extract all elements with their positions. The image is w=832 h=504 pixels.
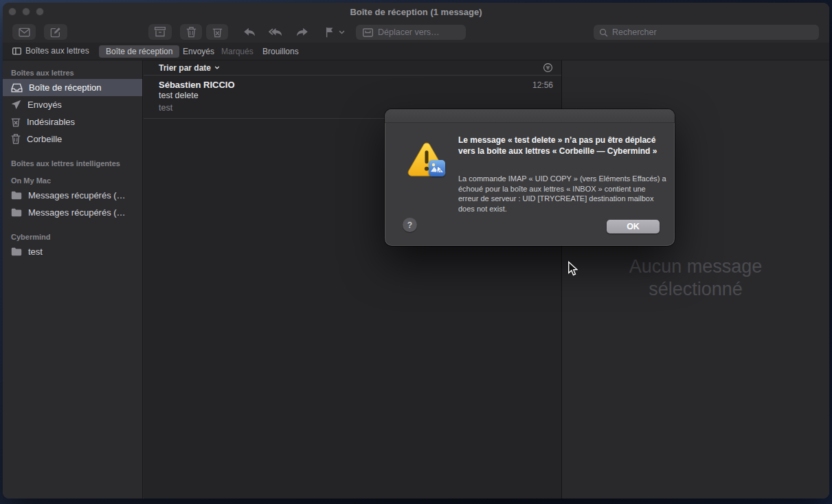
folder-icon	[11, 191, 22, 200]
archive-button[interactable]	[148, 24, 172, 40]
search-icon	[599, 28, 608, 37]
message-subject: test delete	[159, 91, 553, 100]
message-list-header: Trier par date	[144, 60, 561, 76]
sidebar-section-mailboxes: Boîtes aux lettres	[11, 69, 142, 77]
archive-icon	[155, 27, 166, 37]
mouse-cursor	[567, 261, 578, 279]
dialog-headline: Le message « test delete » n’a pas pu êt…	[458, 135, 666, 157]
junk-button[interactable]	[206, 24, 228, 40]
alert-badge-icon	[429, 160, 445, 176]
favorite-drafts[interactable]: Brouillons	[262, 47, 299, 56]
error-dialog: Le message « test delete » n’a pas pu êt…	[385, 109, 675, 246]
favorite-inbox-label: Boîte de réception	[106, 47, 172, 56]
mailbox-icon	[363, 28, 373, 37]
filter-icon[interactable]	[543, 62, 553, 73]
sidebar-item-inbox[interactable]: Boîte de réception	[3, 79, 142, 96]
sidebar-item-label: Boîte de réception	[29, 82, 102, 93]
search-field[interactable]	[594, 25, 819, 40]
paperplane-icon	[11, 100, 21, 110]
envelope-icon	[19, 27, 30, 37]
sidebar-item-recovered-2[interactable]: Messages récupérés (…	[3, 204, 142, 221]
sidebar-item-recovered-1[interactable]: Messages récupérés (…	[3, 187, 142, 204]
move-to-button[interactable]: Déplacer vers…	[356, 25, 466, 40]
sidebar: Boîtes aux lettres Boîte de réception En…	[3, 60, 143, 499]
junk-icon	[212, 27, 223, 38]
chevron-down-icon	[339, 30, 345, 34]
sidebar-item-label: Envoyés	[27, 100, 62, 110]
sort-label: Trier par date	[159, 63, 211, 73]
sidebar-item-label: Messages récupérés (…	[28, 207, 126, 218]
sidebar-item-sent[interactable]: Envoyés	[3, 96, 142, 113]
help-button[interactable]: ?	[403, 218, 417, 232]
sidebar-item-label: Corbeille	[27, 134, 62, 144]
sidebar-columns-icon	[12, 47, 21, 55]
message-sender: Sébastien RICCIO	[159, 80, 532, 90]
ok-button[interactable]: OK	[607, 220, 660, 233]
flag-button[interactable]	[319, 24, 350, 40]
forward-button[interactable]	[291, 24, 312, 40]
mail-window: Boîte de réception (1 message)	[3, 3, 829, 499]
sidebar-section-cybermind: Cybermind	[11, 233, 142, 241]
sidebar-item-label: Indésirables	[27, 117, 75, 127]
flag-icon	[325, 27, 335, 38]
sidebar-item-trash[interactable]: Corbeille	[3, 130, 142, 148]
get-mail-button[interactable]	[12, 24, 36, 40]
sort-by-date-button[interactable]: Trier par date	[159, 63, 220, 73]
toolbar: Déplacer vers…	[3, 21, 829, 43]
reply-all-button[interactable]	[265, 24, 286, 40]
sidebar-section-smart: Boîtes aux lettres intelligentes	[11, 159, 142, 168]
inbox-icon	[11, 83, 23, 93]
reply-icon	[243, 27, 256, 38]
favorite-flagged[interactable]: Marqués	[221, 47, 254, 56]
sidebar-item-test[interactable]: test	[3, 243, 142, 260]
mailboxes-toggle[interactable]: Boîtes aux lettres	[12, 46, 89, 56]
titlebar: Boîte de réception (1 message)	[3, 3, 829, 21]
sidebar-item-label: Messages récupérés (…	[28, 190, 126, 201]
forward-icon	[295, 27, 308, 38]
mailboxes-toggle-label: Boîtes aux lettres	[25, 46, 89, 56]
desktop: Boîte de réception (1 message)	[0, 0, 832, 504]
trash-icon	[186, 27, 196, 38]
reply-all-icon	[269, 27, 283, 38]
junk-icon	[11, 117, 21, 127]
sidebar-item-junk[interactable]: Indésirables	[3, 113, 142, 130]
favorite-inbox[interactable]: Boîte de réception	[99, 45, 179, 58]
sidebar-section-onmymac: On My Mac	[11, 176, 142, 185]
sidebar-item-label: test	[28, 247, 43, 257]
compose-button[interactable]	[44, 24, 67, 40]
compose-icon	[50, 27, 61, 38]
search-input[interactable]	[612, 27, 813, 37]
dialog-body: La commande IMAP « UID COPY » (vers Elém…	[458, 174, 666, 214]
message-time: 12:56	[532, 80, 553, 90]
dialog-titlebar	[385, 109, 675, 123]
folder-icon	[11, 247, 22, 256]
delete-button[interactable]	[180, 24, 202, 40]
favorites-bar: Boîtes aux lettres Boîte de réception En…	[3, 43, 829, 60]
warning-icon	[407, 141, 447, 179]
folder-icon	[11, 208, 22, 217]
reply-button[interactable]	[239, 24, 260, 40]
window-title: Boîte de réception (1 message)	[3, 7, 829, 17]
chevron-down-icon	[214, 66, 220, 69]
trash-icon	[11, 134, 21, 144]
favorite-sent[interactable]: Envoyés	[183, 47, 214, 56]
no-message-selected-text: Aucun message sélectionné	[562, 255, 829, 301]
move-to-label: Déplacer vers…	[378, 27, 440, 37]
